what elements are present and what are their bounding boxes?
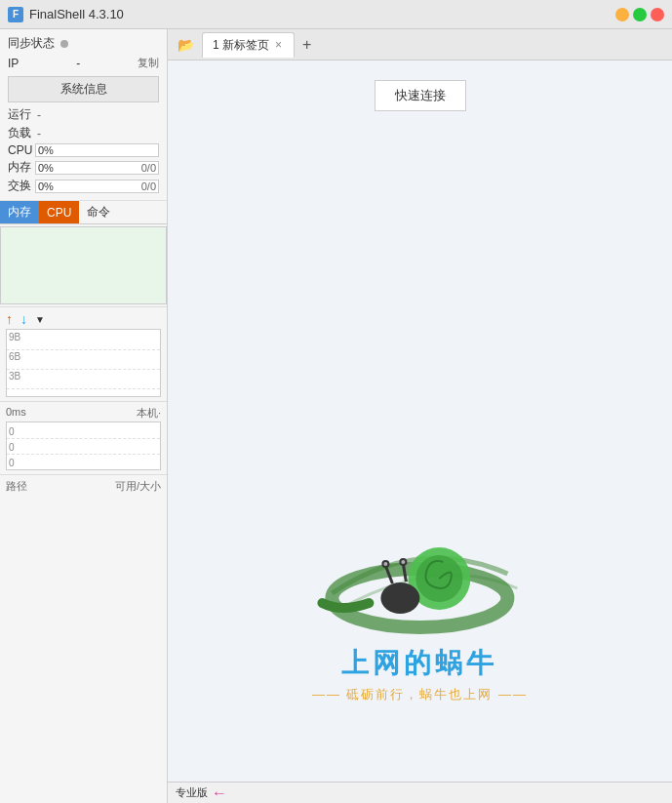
run-value: - — [37, 108, 41, 122]
main-layout: 同步状态 IP - 复制 系统信息 运行 - 负载 - CPU — [0, 29, 672, 803]
latency-val-0b: 0 — [9, 442, 15, 453]
disk-col-path: 路径 — [6, 479, 82, 494]
mem-ratio: 0/0 — [141, 162, 158, 174]
svg-point-3 — [380, 582, 419, 614]
pro-arrow-icon: ← — [212, 784, 227, 802]
snail-logo-svg — [312, 515, 527, 642]
ip-row: IP - 复制 — [8, 56, 159, 70]
ip-value: - — [76, 57, 80, 70]
window-controls — [615, 8, 664, 21]
tab-cmd[interactable]: 命令 — [79, 201, 118, 223]
swap-label: 交换 — [8, 178, 35, 194]
run-row: 运行 - — [8, 106, 159, 123]
ip-label: IP — [8, 57, 19, 70]
content-tab-bar: 📂 1 新标签页 × + — [168, 29, 672, 60]
app-icon: F — [8, 7, 23, 22]
network-section: ↑ ↓ ▼ 9B 6B 3B — [0, 306, 167, 401]
svg-point-8 — [383, 562, 387, 566]
net-dropdown-icon[interactable]: ▼ — [35, 314, 45, 325]
latency-val-0c: 0 — [9, 458, 15, 468]
swap-bar: 0% 0/0 — [35, 180, 159, 193]
sync-section: 同步状态 IP - 复制 系统信息 运行 - 负载 - CPU — [0, 29, 167, 201]
pro-label: 专业版 — [176, 785, 208, 800]
run-label: 运行 — [8, 106, 37, 123]
folder-button[interactable]: 📂 — [172, 33, 200, 57]
net-label-6b: 6B — [9, 351, 20, 362]
content-body: 快速连接 — [168, 60, 672, 782]
resource-tab-bar: 内存 CPU 命令 — [0, 201, 167, 224]
add-tab-button[interactable]: + — [296, 34, 317, 56]
svg-point-9 — [401, 560, 405, 564]
latency-header-row: 0ms 本机· — [6, 406, 161, 421]
tab-1-label: 1 新标签页 — [213, 37, 269, 54]
sidebar: 同步状态 IP - 复制 系统信息 运行 - 负载 - CPU — [0, 29, 168, 803]
latency-section: 0ms 本机· 0 0 0 — [0, 401, 167, 474]
quick-connect-button[interactable]: 快速连接 — [375, 80, 466, 111]
mem-row: 内存 0% 0/0 — [8, 159, 159, 176]
site-slogan: —— 砥砺前行，蜗牛也上网 —— — [312, 686, 528, 703]
title-bar: F FinalShell 4.3.10 — [0, 0, 672, 29]
mem-pct: 0% — [36, 162, 54, 174]
close-tab-button[interactable]: × — [273, 38, 284, 52]
tab-1[interactable]: 1 新标签页 × — [202, 32, 295, 58]
upload-arrow-icon: ↑ — [6, 311, 13, 327]
download-arrow-icon: ↓ — [20, 311, 27, 327]
latency-label: 0ms — [6, 406, 26, 421]
load-row: 负载 - — [8, 125, 159, 141]
app-title: FinalShell 4.3.10 — [29, 7, 124, 21]
cpu-row: CPU 0% — [8, 143, 159, 157]
content-area: 📂 1 新标签页 × + 快速连接 — [168, 29, 672, 803]
copy-button[interactable]: 复制 — [138, 56, 159, 70]
sys-info-button[interactable]: 系统信息 — [8, 76, 159, 102]
disk-header: 路径 可用/大小 — [6, 479, 161, 494]
net-label-9b: 9B — [9, 332, 20, 342]
tab-cpu[interactable]: CPU — [39, 201, 79, 223]
local-label: 本机· — [137, 406, 161, 421]
watermark: 上网的蜗牛 —— 砥砺前行，蜗牛也上网 —— — [312, 515, 528, 703]
mem-bar: 0% 0/0 — [35, 161, 159, 175]
swap-ratio: 0/0 — [141, 181, 158, 192]
disk-col-size: 可用/大小 — [86, 479, 162, 494]
net-chart: 9B 6B 3B — [6, 329, 161, 397]
cpu-bar: 0% — [35, 143, 159, 157]
sync-status-dot — [60, 40, 68, 48]
latency-val-0a: 0 — [9, 426, 15, 437]
maximize-button[interactable] — [633, 8, 647, 21]
status-bar: 专业版 ← — [168, 782, 672, 803]
swap-pct: 0% — [36, 181, 54, 192]
load-label: 负载 — [8, 125, 37, 141]
cpu-label: CPU — [8, 143, 35, 157]
net-header: ↑ ↓ ▼ — [6, 311, 161, 327]
mem-label: 内存 — [8, 159, 35, 176]
minimize-button[interactable] — [615, 8, 629, 21]
sync-row: 同步状态 — [8, 35, 159, 52]
tab-mem[interactable]: 内存 — [0, 201, 39, 223]
load-value: - — [37, 127, 41, 141]
resource-chart — [0, 226, 167, 304]
site-name: 上网的蜗牛 — [312, 645, 528, 682]
disk-section: 路径 可用/大小 — [0, 474, 167, 803]
swap-row: 交换 0% 0/0 — [8, 178, 159, 194]
net-label-3b: 3B — [9, 371, 20, 381]
sync-label: 同步状态 — [8, 35, 55, 52]
latency-chart: 0 0 0 — [6, 422, 161, 470]
cpu-pct: 0% — [36, 144, 54, 156]
close-button[interactable] — [651, 8, 664, 21]
